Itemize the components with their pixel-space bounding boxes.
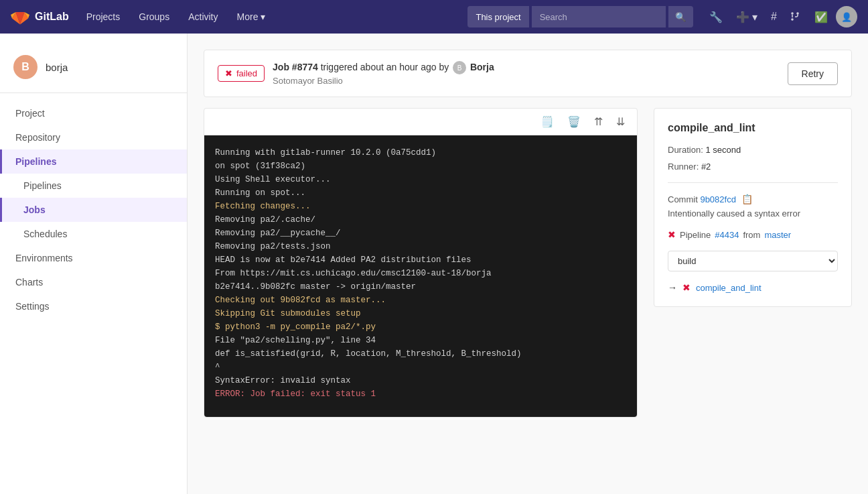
sidebar-item-repository[interactable]: Repository: [0, 125, 187, 149]
terminal-line: From https://mit.cs.uchicago.edu/cmsc121…: [215, 267, 626, 280]
raw-log-button[interactable]: 🗒️: [536, 114, 558, 129]
sidebar-subitem-schedules[interactable]: Schedules: [0, 222, 187, 246]
user-inline-avatar: B: [453, 61, 466, 74]
nav-activity[interactable]: Activity: [182, 0, 224, 34]
sidebar-username: borja: [46, 62, 68, 73]
gitlab-logo-icon: [11, 7, 29, 26]
search-area: This project 🔍: [467, 6, 693, 27]
mr-icon: [790, 11, 801, 22]
sidebar-subitem-pipelines[interactable]: Pipelines: [0, 174, 187, 198]
job-fail-icon: ✖: [682, 282, 691, 293]
terminal-line: $ python3 -m py_compile pa2/*.py: [215, 320, 626, 334]
job-subtitle: Sotomayor Basilio: [273, 76, 779, 86]
plus-icon-button[interactable]: ➕ ▾: [731, 7, 763, 27]
failed-badge: ✖ failed: [218, 65, 265, 82]
scroll-bottom-button[interactable]: ⇊: [612, 114, 629, 129]
search-submit-button[interactable]: 🔍: [668, 6, 693, 27]
sidebar-item-pipelines[interactable]: Pipelines: [0, 149, 187, 174]
sidebar-subitem-jobs[interactable]: Jobs: [0, 198, 187, 222]
gitlab-logo[interactable]: GitLab: [11, 7, 69, 26]
terminal-line: ^: [215, 361, 626, 374]
nav-projects[interactable]: Projects: [80, 0, 127, 34]
terminal-line: on spot (31f38ca2): [215, 160, 626, 173]
search-icon: 🔍: [675, 12, 686, 22]
rp-runner-label: Runner:: [668, 162, 699, 172]
search-scope-button[interactable]: This project: [467, 6, 528, 27]
right-panel-inner: compile_and_lint Duration: 1 second Runn…: [654, 108, 852, 307]
rp-commit-label: Commit: [668, 194, 698, 204]
rp-pipeline-row: ✖ Pipeline #4434 from master: [668, 229, 838, 240]
terminal-line: Removing pa2/tests.json: [215, 240, 626, 253]
rp-duration-value: 1 second: [705, 145, 741, 155]
terminal-wrap: 🗒️ 🗑️ ⇈ ⇊ Running with gitlab-runner 10.…: [204, 108, 638, 418]
nav-more[interactable]: More ▾: [230, 0, 273, 34]
copy-commit-button[interactable]: 📋: [739, 194, 755, 204]
rp-commit-row: Commit 9b082fcd 📋: [668, 194, 838, 204]
topnav-icons: 🔧 ➕ ▾ # ✅ 👤: [704, 6, 857, 27]
user-avatar-button[interactable]: 👤: [836, 6, 857, 27]
job-triggered-text: triggered about an hour ago by: [321, 62, 449, 72]
content-area: 🗒️ 🗑️ ⇈ ⇊ Running with gitlab-runner 10.…: [204, 108, 852, 418]
erase-log-button[interactable]: 🗑️: [563, 114, 585, 129]
main-layout: B borja Project Repository Pipelines Pip…: [0, 34, 868, 494]
terminal-line: Fetching changes...: [215, 200, 626, 213]
sidebar-user-section: B borja: [0, 47, 187, 93]
arrow-right-icon: →: [668, 282, 677, 293]
wrench-icon-button[interactable]: 🔧: [704, 7, 728, 27]
job-info: Job #8774 triggered about an hour ago by…: [273, 61, 779, 86]
issues-icon-button[interactable]: #: [766, 7, 782, 27]
rp-commit-link[interactable]: 9b082fcd: [700, 194, 736, 204]
scroll-top-button[interactable]: ⇈: [590, 114, 607, 129]
gitlab-text: GitLab: [35, 11, 69, 23]
rp-job-title: compile_and_lint: [668, 122, 838, 134]
sidebar-item-charts[interactable]: Charts: [0, 270, 187, 294]
rp-duration-label: Duration:: [668, 145, 703, 155]
rp-runner-row: Runner: #2: [668, 162, 838, 172]
sidebar-item-environments[interactable]: Environments: [0, 246, 187, 270]
terminal-line: Running on spot...: [215, 186, 626, 200]
terminal-line: Removing pa2/.cache/: [215, 213, 626, 227]
rp-job-link-row: → ✖ compile_and_lint: [668, 282, 838, 293]
terminal-line: Skipping Git submodules setup: [215, 307, 626, 320]
job-title: Job #8774 triggered about an hour ago by…: [273, 61, 779, 74]
rp-pipeline-link[interactable]: #4434: [715, 230, 739, 240]
main-content: ✖ failed Job #8774 triggered about an ho…: [188, 34, 868, 494]
job-header: ✖ failed Job #8774 triggered about an ho…: [204, 50, 852, 97]
merge-request-icon-button[interactable]: [785, 7, 806, 26]
terminal-line: HEAD is now at b2e7414 Added PA2 distrib…: [215, 253, 626, 267]
rp-duration-row: Duration: 1 second: [668, 145, 838, 155]
top-navigation: GitLab Projects Groups Activity More ▾ T…: [0, 0, 868, 34]
sidebar-navigation: Project Repository Pipelines Pipelines J…: [0, 101, 187, 318]
rp-pipeline-branch[interactable]: master: [764, 230, 791, 240]
terminal-line: Removing pa2/__pycache__/: [215, 227, 626, 240]
chevron-down-icon: ▾: [261, 11, 265, 22]
right-panel: compile_and_lint Duration: 1 second Runn…: [638, 108, 852, 418]
terminal-toolbar: 🗒️ 🗑️ ⇈ ⇊: [204, 109, 637, 135]
rp-job-link[interactable]: compile_and_lint: [696, 283, 762, 293]
rp-runner-value: #2: [701, 162, 711, 172]
failed-icon: ✖: [225, 68, 232, 78]
terminal-line: Checking out 9b082fcd as master...: [215, 294, 626, 307]
terminal-line: SyntaxError: invalid syntax: [215, 374, 626, 387]
sidebar-item-settings[interactable]: Settings: [0, 294, 187, 318]
rp-divider-1: [668, 182, 838, 183]
terminal-output: Running with gitlab-runner 10.2.0 (0a75c…: [204, 135, 637, 417]
pipeline-fail-icon: ✖: [668, 229, 676, 240]
terminal-line: def is_satisfied(grid, R, location, M_th…: [215, 347, 626, 361]
user-avatar-icon: 👤: [841, 12, 852, 22]
stage-select[interactable]: build: [668, 251, 838, 271]
sidebar: B borja Project Repository Pipelines Pip…: [0, 34, 188, 494]
check-icon-button[interactable]: ✅: [809, 7, 833, 27]
terminal-line: b2e7414..9b082fc master -> origin/master: [215, 280, 626, 294]
nav-groups[interactable]: Groups: [132, 0, 176, 34]
terminal-line: File "pa2/schelling.py", line 34: [215, 334, 626, 347]
terminal-line: Running with gitlab-runner 10.2.0 (0a75c…: [215, 146, 626, 160]
terminal-section: 🗒️ 🗑️ ⇈ ⇊ Running with gitlab-runner 10.…: [204, 108, 638, 418]
terminal-line: Using Shell executor...: [215, 173, 626, 186]
avatar: B: [13, 55, 38, 79]
retry-button[interactable]: Retry: [788, 62, 838, 85]
search-input[interactable]: [532, 6, 666, 27]
sidebar-item-project[interactable]: Project: [0, 101, 187, 125]
rp-commit-desc: Intentionally caused a syntax error: [668, 208, 838, 219]
terminal-line: ERROR: Job failed: exit status 1: [215, 387, 626, 401]
